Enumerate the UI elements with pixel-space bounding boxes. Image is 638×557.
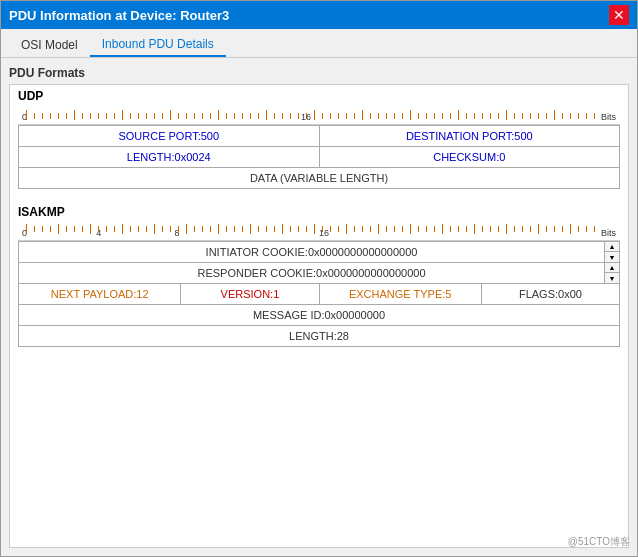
version: VERSION:1: [181, 284, 319, 304]
udp-section: UDP 0 16 Bits: [10, 85, 628, 193]
length-row: LENGTH:28: [19, 326, 619, 346]
content-area: PDU Formats UDP 0 16 B: [1, 58, 637, 556]
isakmp-section: ISAKMP 0 4 8 16 Bits: [10, 201, 628, 351]
udp-fields: SOURCE PORT:500 DESTINATION PORT:500 LEN…: [18, 125, 620, 189]
source-port: SOURCE PORT:500: [19, 126, 320, 146]
checksum: CHECKSUM:0: [320, 147, 620, 167]
message-id-row: MESSAGE ID:0x00000000: [19, 305, 619, 326]
udp-row-2: LENGTH:0x0024 CHECKSUM:0: [19, 147, 619, 168]
udp-row-3: DATA (VARIABLE LENGTH): [19, 168, 619, 188]
udp-row-1: SOURCE PORT:500 DESTINATION PORT:500: [19, 126, 619, 147]
responder-cookie: RESPONDER COOKIE:0x0000000000000000: [19, 263, 604, 283]
tabs-bar: OSI Model Inbound PDU Details: [1, 29, 637, 58]
tab-inbound[interactable]: Inbound PDU Details: [90, 33, 226, 57]
dest-port: DESTINATION PORT:500: [320, 126, 620, 146]
initiator-arrow-up[interactable]: ▲: [605, 242, 619, 252]
responder-cookie-row: RESPONDER COOKIE:0x0000000000000000 ▲ ▼: [19, 263, 619, 284]
initiator-cookie: INITIATOR COOKIE:0x0000000000000000: [19, 242, 604, 262]
main-window: PDU Information at Device: Router3 ✕ OSI…: [0, 0, 638, 557]
udp-ruler: 0 16 Bits: [18, 105, 620, 125]
close-button[interactable]: ✕: [609, 5, 629, 25]
udp-label: UDP: [18, 89, 620, 103]
next-payload: NEXT PAYLOAD:12: [19, 284, 181, 304]
isakmp-detail-row: NEXT PAYLOAD:12 VERSION:1 EXCHANGE TYPE:…: [19, 284, 619, 305]
title-bar: PDU Information at Device: Router3 ✕: [1, 1, 637, 29]
data-variable: DATA (VARIABLE LENGTH): [19, 168, 619, 188]
initiator-arrows: ▲ ▼: [604, 242, 619, 262]
bottom-padding: [10, 351, 628, 371]
length: LENGTH:0x0024: [19, 147, 320, 167]
pdu-formats-label: PDU Formats: [9, 66, 629, 80]
watermark: @51CTO博客: [568, 535, 630, 549]
responder-arrows: ▲ ▼: [604, 263, 619, 283]
message-id: MESSAGE ID:0x00000000: [19, 305, 619, 325]
window-title: PDU Information at Device: Router3: [9, 8, 229, 23]
responder-arrow-up[interactable]: ▲: [605, 263, 619, 273]
isakmp-fields: INITIATOR COOKIE:0x0000000000000000 ▲ ▼ …: [18, 241, 620, 347]
isakmp-length: LENGTH:28: [19, 326, 619, 346]
tab-osi[interactable]: OSI Model: [9, 33, 90, 57]
initiator-cookie-row: INITIATOR COOKIE:0x0000000000000000 ▲ ▼: [19, 242, 619, 263]
isakmp-label: ISAKMP: [18, 205, 620, 219]
responder-arrow-down[interactable]: ▼: [605, 273, 619, 283]
exchange-type: EXCHANGE TYPE:5: [320, 284, 482, 304]
isakmp-ruler: 0 4 8 16 Bits: [18, 221, 620, 241]
scroll-container[interactable]: UDP 0 16 Bits: [9, 84, 629, 548]
flags: FLAGS:0x00: [482, 284, 619, 304]
initiator-arrow-down[interactable]: ▼: [605, 252, 619, 262]
